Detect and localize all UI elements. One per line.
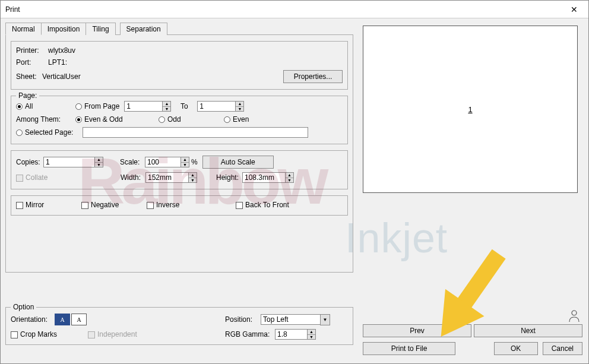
- printer-label: Printer:: [16, 46, 48, 55]
- height-label: Height:: [216, 173, 242, 182]
- orientation-label: Orientation:: [11, 315, 55, 324]
- spin-up-icon[interactable]: ▲: [308, 330, 315, 335]
- option-group: Option Orientation: A A Position: ▼ Crop…: [5, 307, 353, 345]
- port-value: LPT1:: [48, 58, 67, 67]
- gamma-input[interactable]: [275, 329, 307, 340]
- tab-normal[interactable]: Normal: [5, 23, 42, 35]
- next-button[interactable]: Next: [474, 324, 582, 337]
- tab-panel-normal: Printer: wlytx8uv Port: LPT1: Sheet: Ver…: [5, 35, 353, 273]
- sheet-label: Sheet:: [16, 72, 42, 81]
- height-spinner[interactable]: ▲▼: [242, 172, 294, 183]
- tab-imposition[interactable]: Imposition: [41, 23, 87, 35]
- right-pane: 1 Prev Next Print to File OK Cancel: [363, 26, 582, 193]
- cancel-button[interactable]: Cancel: [543, 342, 582, 355]
- width-label: Width:: [121, 173, 145, 182]
- percent-label: %: [191, 158, 198, 166]
- copies-spinner[interactable]: ▲▼: [43, 157, 103, 167]
- page-group: Page: All From Page ▲▼ To ▲▼: [11, 96, 348, 144]
- prev-button[interactable]: Prev: [363, 324, 471, 337]
- svg-point-0: [572, 311, 577, 315]
- svg-rect-1: [455, 249, 506, 312]
- print-options-group: Mirror Negative Inverse Back To Front: [11, 195, 348, 216]
- properties-button[interactable]: Properties...: [283, 70, 343, 83]
- spin-down-icon[interactable]: ▼: [189, 178, 197, 183]
- auto-scale-button[interactable]: Auto Scale: [202, 156, 274, 169]
- print-dialog: Print ✕ Normal Imposition Tiling Separat…: [0, 0, 589, 364]
- scale-input[interactable]: [145, 157, 180, 167]
- gamma-label: RGB Gamma:: [225, 330, 275, 338]
- position-combo[interactable]: ▼: [261, 314, 330, 325]
- tab-strip: Normal Imposition Tiling Separation: [5, 22, 353, 35]
- width-input[interactable]: [145, 172, 188, 183]
- printer-value: wlytx8uv: [48, 46, 75, 55]
- to-label: To: [171, 102, 197, 110]
- radio-even-odd[interactable]: Even & Odd: [75, 115, 159, 124]
- page-legend: Page:: [16, 91, 39, 100]
- orientation-landscape-button[interactable]: A: [71, 314, 87, 325]
- to-page-spinner[interactable]: ▲▼: [197, 101, 244, 112]
- position-value[interactable]: [261, 314, 320, 325]
- copies-label: Copies:: [16, 158, 43, 166]
- back-to-front-check[interactable]: Back To Front: [236, 201, 289, 209]
- radio-even[interactable]: Even: [224, 115, 249, 124]
- spin-down-icon[interactable]: ▼: [308, 335, 315, 340]
- content-area: Normal Imposition Tiling Separation Prin…: [1, 18, 588, 363]
- spin-down-icon[interactable]: ▼: [236, 107, 243, 112]
- ok-button[interactable]: OK: [494, 342, 538, 355]
- port-label: Port:: [16, 58, 48, 67]
- tab-tiling[interactable]: Tiling: [86, 23, 115, 35]
- print-to-file-button[interactable]: Print to File: [363, 342, 455, 355]
- width-spinner[interactable]: ▲▼: [145, 172, 197, 183]
- watermark-sub: Inkjet: [345, 214, 448, 262]
- inverse-check[interactable]: Inverse: [147, 201, 236, 209]
- landscape-a-icon: A: [77, 316, 81, 323]
- spin-down-icon[interactable]: ▼: [286, 178, 293, 183]
- from-page-spinner[interactable]: ▲▼: [124, 101, 171, 112]
- to-page-input[interactable]: [197, 101, 235, 112]
- among-them-label: Among Them:: [16, 115, 75, 124]
- window-title: Print: [5, 5, 20, 14]
- sheet-value: VerticalUser: [42, 72, 81, 81]
- left-pane: Normal Imposition Tiling Separation Prin…: [5, 22, 353, 273]
- close-icon[interactable]: ✕: [565, 2, 584, 17]
- person-icon: [568, 309, 580, 322]
- spin-up-icon[interactable]: ▲: [286, 173, 293, 178]
- negative-check[interactable]: Negative: [81, 201, 147, 209]
- radio-odd[interactable]: Odd: [159, 115, 224, 124]
- copies-input[interactable]: [43, 157, 94, 167]
- from-page-input[interactable]: [124, 101, 162, 112]
- spin-up-icon[interactable]: ▲: [181, 157, 189, 163]
- position-label: Position:: [225, 315, 261, 324]
- orientation-portrait-button[interactable]: A: [55, 314, 70, 325]
- collate-check[interactable]: Collate: [16, 173, 121, 182]
- preview-page-indicator: 1: [468, 105, 472, 114]
- option-legend: Option: [11, 303, 36, 311]
- chevron-down-icon[interactable]: ▼: [320, 314, 330, 325]
- preview-area: 1: [363, 26, 578, 193]
- spin-up-icon[interactable]: ▲: [189, 173, 197, 178]
- height-input[interactable]: [242, 172, 285, 183]
- radio-all[interactable]: All: [16, 102, 75, 110]
- tab-separation[interactable]: Separation: [120, 23, 167, 35]
- selected-page-input[interactable]: [83, 127, 308, 138]
- gamma-spinner[interactable]: ▲▼: [275, 329, 316, 340]
- copies-group: Copies: ▲▼ Scale: ▲▼ % Auto Scale: [11, 150, 348, 189]
- titlebar: Print ✕: [1, 1, 588, 18]
- scale-spinner[interactable]: ▲▼: [145, 157, 189, 167]
- spin-down-icon[interactable]: ▼: [95, 163, 103, 167]
- printer-info-group: Printer: wlytx8uv Port: LPT1: Sheet: Ver…: [11, 41, 348, 90]
- radio-selected-page[interactable]: Selected Page:: [16, 128, 83, 137]
- spin-down-icon[interactable]: ▼: [181, 163, 189, 167]
- spin-up-icon[interactable]: ▲: [236, 102, 243, 107]
- mirror-check[interactable]: Mirror: [16, 201, 81, 209]
- spin-up-icon[interactable]: ▲: [163, 102, 170, 107]
- independent-check[interactable]: Independent: [88, 330, 165, 338]
- crop-marks-check[interactable]: Crop Marks: [11, 330, 88, 338]
- portrait-a-icon: A: [60, 316, 64, 323]
- scale-label: Scale:: [120, 158, 145, 166]
- spin-up-icon[interactable]: ▲: [95, 157, 103, 163]
- spin-down-icon[interactable]: ▼: [163, 107, 170, 112]
- radio-from-page[interactable]: From Page: [75, 102, 119, 110]
